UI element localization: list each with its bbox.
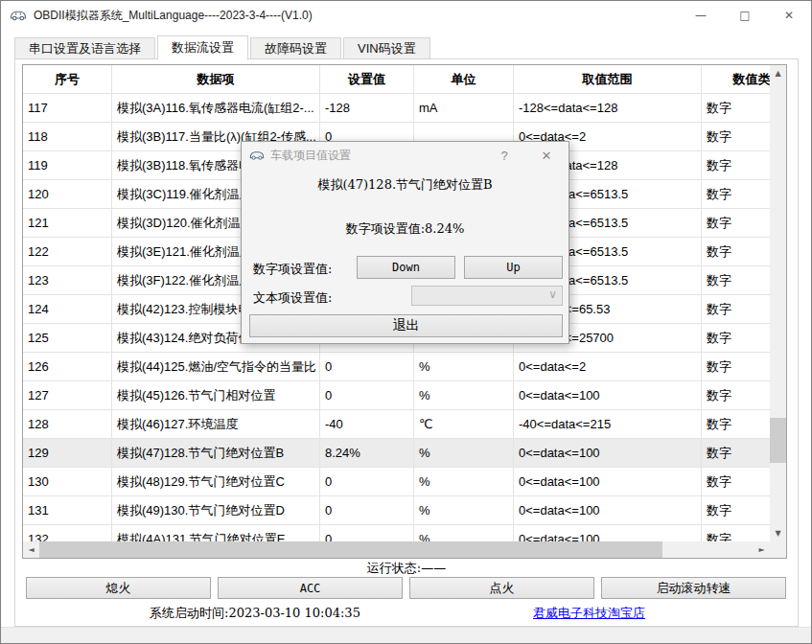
cell-value: 8.24% [320, 439, 414, 468]
acc-button[interactable]: ACC [218, 577, 403, 599]
scroll-down-icon[interactable]: ▼ [770, 525, 786, 541]
system-start-time: 系统启动时间:2023-03-10 10:04:35 [73, 605, 437, 622]
down-button[interactable]: Down [357, 256, 455, 279]
cell-item: 模拟(44)125.燃油/空气指令的当量比 [112, 353, 320, 381]
table-row[interactable]: 130模拟(48)129.节气门绝对位置C0%0<=data<=100数字 [23, 468, 786, 496]
shop-link[interactable]: 君威电子科技淘宝店 [533, 605, 645, 622]
cell-item: 模拟(49)130.节气门绝对位置D [112, 496, 320, 525]
tab-dtc[interactable]: 故障码设置 [250, 37, 341, 59]
close-button[interactable]: ✕ [767, 1, 811, 30]
vertical-scrollbar[interactable]: ▲ ▼ [770, 65, 786, 541]
horizontal-scroll-thumb[interactable] [39, 541, 662, 558]
header-value: 设置值 [320, 65, 414, 94]
cell-item: 模拟(46)127.环境温度 [112, 410, 320, 439]
dialog-title: 车载项目值设置 [270, 148, 351, 164]
ignition-button[interactable]: 点火 [409, 577, 594, 599]
cell-value: -40 [320, 410, 414, 439]
cell-seq: 129 [23, 439, 112, 468]
cell-unit: % [414, 353, 514, 381]
cell-value: 0 [320, 381, 414, 410]
cell-seq: 132 [23, 525, 112, 541]
cell-unit: % [414, 381, 514, 410]
cell-range: -40<=data<=215 [514, 410, 702, 439]
cell-seq: 117 [23, 94, 112, 123]
table-row[interactable]: 132模拟(4A)131.节气门绝对位置E0%0<=data<=100数字 [23, 525, 786, 541]
chevron-down-icon: ∨ [548, 288, 557, 301]
cell-seq: 130 [23, 468, 112, 496]
run-status: 运行状态:—— [15, 560, 798, 577]
cell-range: 0<=data<=100 [514, 439, 702, 468]
text-value-dropdown[interactable]: ∨ [411, 286, 563, 306]
title-bar[interactable]: OBDII模拟器系统_MultiLanguage----2023-3-4----… [1, 1, 811, 30]
scroll-left-icon[interactable]: ◄ [23, 541, 39, 558]
cell-range: 0<=data<=100 [514, 496, 702, 525]
cell-value: -128 [320, 94, 414, 123]
cell-seq: 125 [23, 324, 112, 353]
help-icon[interactable]: ? [490, 142, 519, 169]
cell-item: 模拟(48)129.节气门绝对位置C [112, 468, 320, 496]
cell-value: 0 [320, 353, 414, 381]
header-unit: 单位 [414, 65, 514, 94]
table-row[interactable]: 128模拟(46)127.环境温度-40℃-40<=data<=215数字 [23, 410, 786, 439]
horizontal-scrollbar[interactable]: ◄ ► [23, 541, 770, 558]
cell-seq: 126 [23, 353, 112, 381]
cell-unit: mA [414, 94, 514, 123]
tab-serial-language[interactable]: 串口设置及语言选择 [14, 37, 155, 59]
cell-range: -128<=data<=128 [514, 94, 702, 123]
window-title: OBDII模拟器系统_MultiLanguage----2023-3-4----… [34, 8, 313, 24]
car-icon [249, 150, 265, 161]
cell-seq: 131 [23, 496, 112, 525]
table-row[interactable]: 131模拟(49)130.节气门绝对位置D0%0<=data<=100数字 [23, 496, 786, 525]
tab-vin[interactable]: VIN码设置 [343, 37, 430, 59]
scroll-up-icon[interactable]: ▲ [770, 65, 786, 81]
cell-unit: % [414, 468, 514, 496]
cell-unit: % [414, 525, 514, 541]
text-value-label: 文本项设置值: [253, 289, 332, 307]
up-button[interactable]: Up [464, 256, 563, 279]
cell-seq: 123 [23, 266, 112, 295]
cell-item: 模拟(4A)131.节气门绝对位置E [112, 525, 320, 541]
item-value-dialog: 车载项目值设置 ? ✕ 模拟(47)128.节气门绝对位置B 数字项设置值:8.… [241, 141, 569, 344]
engine-off-button[interactable]: 熄火 [26, 577, 211, 599]
cell-item: 模拟(3A)116.氧传感器电流(缸组2-... [112, 94, 320, 123]
numeric-value-label: 数字项设置值: [253, 261, 332, 278]
table-row[interactable]: 129模拟(47)128.节气门绝对位置B8.24%%0<=data<=100数… [23, 439, 786, 468]
header-item: 数据项 [112, 65, 320, 94]
cell-seq: 122 [23, 238, 112, 266]
cell-value: 0 [320, 525, 414, 541]
tab-strip: 串口设置及语言选择 数据流设置 故障码设置 VIN码设置 [14, 37, 432, 60]
app-window: OBDII模拟器系统_MultiLanguage----2023-3-4----… [0, 0, 812, 644]
scroll-right-icon[interactable]: ► [754, 541, 770, 558]
table-row[interactable]: 127模拟(45)126.节气门相对位置0%0<=data<=100数字 [23, 381, 786, 410]
cell-seq: 127 [23, 381, 112, 410]
window-bottom-strip [1, 627, 811, 643]
cell-seq: 124 [23, 295, 112, 324]
table-header-row: 序号 数据项 设置值 单位 取值范围 数值类型 [23, 65, 787, 94]
dialog-current-value: 数字项设置值:8.24% [242, 220, 568, 238]
cell-unit: ℃ [414, 410, 514, 439]
cell-range: 0<=data<=100 [514, 525, 702, 541]
table-row[interactable]: 126模拟(44)125.燃油/空气指令的当量比0%0<=data<=2数字 [23, 353, 786, 381]
exit-button[interactable]: 退出 [249, 314, 563, 337]
start-cranking-rpm-button[interactable]: 启动滚动转速 [601, 577, 786, 599]
cell-seq: 121 [23, 209, 112, 238]
cell-seq: 119 [23, 151, 112, 180]
header-range: 取值范围 [514, 65, 702, 94]
dialog-close-icon[interactable]: ✕ [532, 142, 561, 169]
vertical-scroll-thumb[interactable] [770, 418, 786, 463]
cell-seq: 128 [23, 410, 112, 439]
dialog-title-bar[interactable]: 车载项目值设置 ? ✕ [242, 142, 568, 169]
cell-seq: 118 [23, 123, 112, 151]
cell-unit: % [414, 439, 514, 468]
scrollbar-corner [770, 541, 786, 558]
cell-seq: 120 [23, 180, 112, 209]
tab-data-stream[interactable]: 数据流设置 [157, 35, 248, 60]
minimize-button[interactable]: — [679, 1, 723, 30]
cell-range: 0<=data<=100 [514, 468, 702, 496]
maximize-button[interactable]: □ [723, 1, 767, 30]
table-row[interactable]: 117模拟(3A)116.氧传感器电流(缸组2-...-128mA-128<=d… [23, 94, 786, 123]
cell-value: 0 [320, 496, 414, 525]
dialog-item-name: 模拟(47)128.节气门绝对位置B [242, 176, 568, 194]
cell-item: 模拟(45)126.节气门相对位置 [112, 381, 320, 410]
cell-range: 0<=data<=2 [514, 353, 702, 381]
